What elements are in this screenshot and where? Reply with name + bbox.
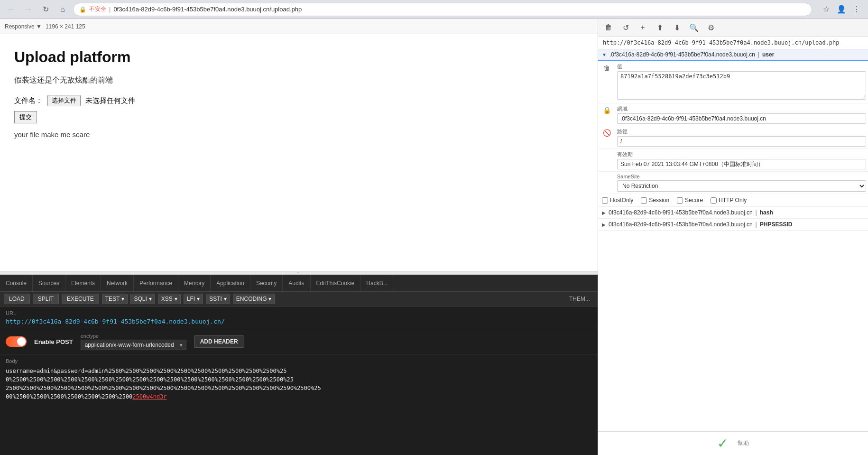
cookie-main-item[interactable]: ▼ .0f3c416a-82d9-4c6b-9f91-453b5be7f0a4.… <box>598 49 868 61</box>
forward-button[interactable]: → <box>22 3 35 16</box>
cookie-export-button[interactable]: ⬇ <box>670 21 683 34</box>
tab-hackbar[interactable]: HackB... <box>360 275 394 292</box>
hackbar-toolbar: LOAD SPLIT EXECUTE TEST ▾ SQLI ▾ XSS ▾ L… <box>0 292 598 306</box>
menu-icon[interactable]: ⋮ <box>850 3 863 16</box>
cookie-domain-label: 網域 <box>617 105 866 112</box>
tab-memory[interactable]: Memory <box>178 275 211 292</box>
no-file-text: 未选择任何文件 <box>85 96 135 105</box>
cookie-confirm-button[interactable]: ✓ <box>717 436 728 451</box>
tab-editthiscookie[interactable]: EditThisCookie <box>311 275 361 292</box>
hackbar-url-section: URL http://0f3c416a-82d9-4c6b-9f91-453b5… <box>0 306 598 329</box>
cookie-form: 🗑 值 87192a1a7f5528619a2def73c3e512b9 🔒 網… <box>598 61 868 431</box>
tab-audits[interactable]: Audits <box>283 275 310 292</box>
enctype-select[interactable]: application/x-www-form-urlencoded multip… <box>81 340 186 350</box>
drag-handle[interactable]: ≡ <box>0 271 598 275</box>
cookie-hostonly-label: HostOnly <box>610 197 633 204</box>
cookie-session-checkbox[interactable] <box>641 197 647 204</box>
enable-post-toggle[interactable] <box>6 336 27 347</box>
hackbar-sqli-dropdown[interactable]: SQLI ▾ <box>130 294 155 304</box>
hackbar-body-value[interactable]: username=admin&password=admin%2580%2500%… <box>6 367 592 401</box>
cookie-value-row: 🗑 值 87192a1a7f5528619a2def73c3e512b9 <box>598 61 868 103</box>
cookie-phpsessid-pipe: | <box>756 221 757 228</box>
hackbar-execute-button[interactable]: EXECUTE <box>62 294 99 304</box>
hackbar-encoding-dropdown[interactable]: ENCODING ▾ <box>233 294 275 304</box>
cookie-httponly-checkbox[interactable] <box>711 197 717 204</box>
cookie-lock-icon: 🔒 <box>603 106 611 114</box>
cookie-samesite-select[interactable]: No Restriction Strict Lax <box>617 180 866 192</box>
cookie-samesite-col: SameSite No Restriction Strict Lax <box>615 173 868 193</box>
tab-performance[interactable]: Performance <box>134 275 178 292</box>
cookie-checkboxes-row: HostOnly Session Secure HTTP Only <box>598 194 868 207</box>
cookie-secure-label: Secure <box>685 197 703 204</box>
cookie-delete-button[interactable]: 🗑 <box>602 21 615 34</box>
devtools-tabs: Console Sources Elements Network Perform… <box>0 275 598 292</box>
cookie-value-col: 值 87192a1a7f5528619a2def73c3e512b9 <box>615 62 868 102</box>
hackbar-load-button[interactable]: LOAD <box>4 294 30 304</box>
cookie-delete-row-icon[interactable]: 🗑 <box>603 64 610 72</box>
cookie-expires-col: 有效期 <box>615 150 868 170</box>
hackbar-xss-dropdown[interactable]: XSS ▾ <box>158 294 181 304</box>
cookie-import-button[interactable]: ⬆ <box>653 21 666 34</box>
tab-security[interactable]: Security <box>250 275 283 292</box>
tab-application[interactable]: Application <box>211 275 250 292</box>
cookie-hash-key: hash <box>760 209 773 216</box>
cookie-domain-col: 網域 <box>615 104 868 125</box>
cookie-hostonly-checkbox[interactable] <box>602 197 608 204</box>
address-bar[interactable]: 🔒 不安全 | 0f3c416a-82d9-4c6b-9f91-453b5be7… <box>73 3 812 16</box>
left-panel: Responsive ▼ 1196 × 241 125 Upload platf… <box>0 19 598 455</box>
cookie-expires-icon-col <box>598 150 615 152</box>
reload-button[interactable]: ↻ <box>39 3 52 16</box>
cookie-phpsessid-arrow-icon: ▶ <box>602 222 606 227</box>
cookie-path-input[interactable] <box>617 136 866 147</box>
cookie-block-row: 🚫 路徑 <box>598 126 868 149</box>
cookie-tree-domain: .0f3c416a-82d9-4c6b-9f91-453b5be7f0a4.no… <box>609 51 755 58</box>
hackbar-split-button[interactable]: SPLIT <box>33 294 59 304</box>
tab-sources[interactable]: Sources <box>33 275 65 292</box>
bookmark-icon[interactable]: ☆ <box>820 3 833 16</box>
choose-file-button[interactable]: 选择文件 <box>47 95 81 106</box>
cookie-secure-checkbox[interactable] <box>677 197 683 204</box>
cookie-settings-button[interactable]: ⚙ <box>704 21 718 34</box>
cookie-expires-input[interactable] <box>617 159 866 169</box>
cookie-toolbar: 🗑 ↺ + ⬆ ⬇ 🔍 ⚙ <box>598 19 868 37</box>
browser-actions: ☆ 👤 ⋮ <box>820 3 863 16</box>
tab-console[interactable]: Console <box>0 275 33 292</box>
cookie-samesite-icon-col <box>598 173 615 175</box>
submit-button[interactable]: 提交 <box>14 111 37 123</box>
profile-icon[interactable]: 👤 <box>835 3 848 16</box>
cookie-search-button[interactable]: 🔍 <box>687 21 701 34</box>
cookie-domain-input[interactable] <box>617 113 866 124</box>
cookie-hash-arrow-icon: ▶ <box>602 210 606 215</box>
responsive-label[interactable]: Responsive ▼ <box>5 23 42 30</box>
cookie-refresh-button[interactable]: ↺ <box>619 21 632 34</box>
cookie-add-button[interactable]: + <box>636 21 649 34</box>
cookie-domain-row: 🔒 網域 <box>598 103 868 126</box>
back-button[interactable]: ← <box>5 3 18 16</box>
cookie-phpsessid-item[interactable]: ▶ 0f3c416a-82d9-4c6b-9f91-453b5be7f0a4.n… <box>598 219 868 231</box>
cookie-hash-item[interactable]: ▶ 0f3c416a-82d9-4c6b-9f91-453b5be7f0a4.n… <box>598 207 868 219</box>
hackbar-test-dropdown[interactable]: TEST ▾ <box>102 294 128 304</box>
tab-elements[interactable]: Elements <box>65 275 101 292</box>
cookie-tree: ▼ .0f3c416a-82d9-4c6b-9f91-453b5be7f0a4.… <box>598 49 868 61</box>
responsive-toolbar: Responsive ▼ 1196 × 241 125 <box>0 19 598 34</box>
hackbar-more-label: THEM... <box>569 296 594 302</box>
cookie-tree-arrow-icon: ▼ <box>602 52 607 57</box>
home-button[interactable]: ⌂ <box>56 3 69 16</box>
cookie-phpsessid-domain: 0f3c416a-82d9-4c6b-9f91-453b5be7f0a4.nod… <box>609 221 753 228</box>
cookie-panel: 🗑 ↺ + ⬆ ⬇ 🔍 ⚙ http://0f3c416a-82d9-4c6b-… <box>598 19 868 455</box>
page-title: Upload platform <box>14 48 583 66</box>
hackbar-lfi-dropdown[interactable]: LFI ▾ <box>184 294 203 304</box>
page-subtitle: 假装这还是个无敌炫酷的前端 <box>14 75 583 85</box>
hackbar-ssti-dropdown[interactable]: SSTI ▾ <box>206 294 230 304</box>
dimensions-label: 1196 × 241 125 <box>46 23 85 30</box>
tab-network[interactable]: Network <box>101 275 134 292</box>
devtools-panel: Console Sources Elements Network Perform… <box>0 275 598 455</box>
cookie-help-label[interactable]: 幫助 <box>738 439 749 447</box>
add-header-button[interactable]: ADD HEADER <box>194 335 244 348</box>
page-note: your file make me scare <box>14 130 583 139</box>
cookie-value-input[interactable]: 87192a1a7f5528619a2def73c3e512b9 <box>617 71 866 100</box>
main-layout: Responsive ▼ 1196 × 241 125 Upload platf… <box>0 19 868 455</box>
enctype-wrapper: application/x-www-form-urlencoded multip… <box>81 340 186 350</box>
cookie-httponly-group: HTTP Only <box>711 197 747 204</box>
hackbar-url-value[interactable]: http://0f3c416a-82d9-4c6b-9f91-453b5be7f… <box>6 318 592 325</box>
